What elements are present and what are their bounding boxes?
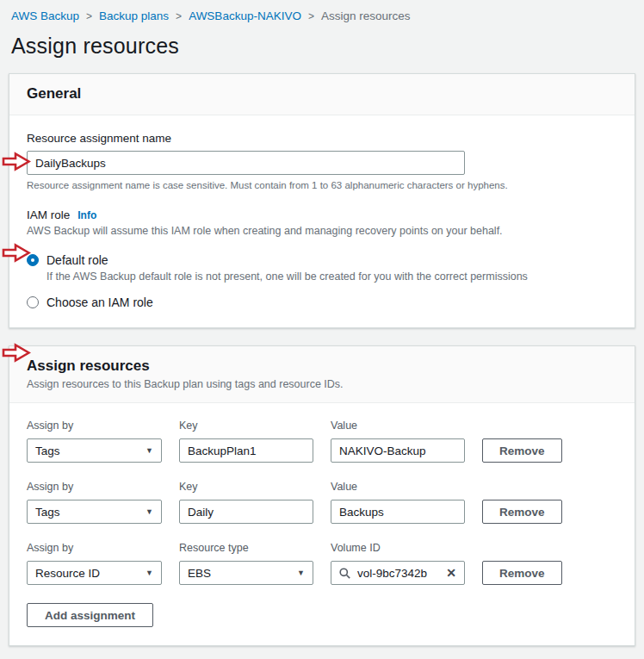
remove-cell: Remove [482,561,617,585]
general-card: General Resource assignment name Resourc… [9,73,635,328]
iam-role-section: IAM role Info AWS Backup will assume thi… [27,208,617,309]
chevron-down-icon: ▼ [297,569,305,577]
iam-role-label: IAM role [27,208,70,221]
assign-by-cell: Assign by Resource ID ▼ [27,542,162,585]
breadcrumb-separator: > [176,10,182,22]
chevron-down-icon: ▼ [146,569,153,577]
breadcrumb-current: Assign resources [321,9,411,22]
choose-iam-role-radio-row: Choose an IAM role [27,295,617,309]
value-cell: Value [331,481,465,524]
assign-resources-card-title: Assign resources [27,357,617,375]
remove-cell: Remove [482,500,617,524]
key-label: Key [179,420,313,432]
value-label: Value [331,420,465,432]
iam-role-description: AWS Backup will assume this IAM role whe… [27,225,617,237]
breadcrumb-separator: > [308,10,314,22]
iam-role-info-link[interactable]: Info [77,209,96,221]
volume-id-input[interactable] [357,567,439,580]
assign-by-label: Assign by [27,481,162,493]
assignment-row-2: Assign by Tags ▼ Key Value Remove [27,481,617,524]
value-input[interactable] [331,500,465,524]
resource-type-dropdown-value: EBS [188,567,211,580]
assign-resources-card-body: Assign by Tags ▼ Key Value Remove Assign [9,403,635,645]
assignment-row-1: Assign by Tags ▼ Key Value Remove [27,420,617,463]
assign-by-dropdown[interactable]: Resource ID ▼ [27,561,162,585]
choose-iam-role-radio[interactable] [27,296,39,308]
remove-button[interactable]: Remove [482,438,562,463]
volume-id-label: Volume ID [331,542,465,554]
general-card-body: Resource assignment name Resource assign… [9,115,635,327]
assignment-row-3: Assign by Resource ID ▼ Resource type EB… [27,542,617,585]
value-input[interactable] [331,438,465,463]
volume-id-search[interactable]: ✕ [331,561,465,585]
assign-by-dropdown[interactable]: Tags ▼ [27,438,162,463]
breadcrumb-backup-plans[interactable]: Backup plans [99,9,169,22]
resource-type-cell: Resource type EBS ▼ [179,542,313,585]
remove-button[interactable]: Remove [482,500,562,524]
assign-by-dropdown-value: Resource ID [35,567,100,580]
assign-by-label: Assign by [27,542,162,554]
breadcrumb: AWS Backup > Backup plans > AWSBackup-NA… [0,0,644,22]
assign-by-dropdown-value: Tags [35,506,60,519]
page-title: Assign resources [11,34,644,59]
key-cell: Key [179,481,313,524]
default-role-radio-label[interactable]: Default role [46,253,108,267]
add-assignment-button[interactable]: Add assignment [27,603,153,627]
general-card-header: General [9,74,635,115]
key-input[interactable] [179,500,313,524]
resource-type-dropdown[interactable]: EBS ▼ [179,561,313,585]
assign-by-cell: Assign by Tags ▼ [27,481,162,524]
key-cell: Key [179,420,313,463]
chevron-down-icon: ▼ [146,507,153,516]
assign-by-dropdown-value: Tags [35,445,60,457]
clear-icon[interactable]: ✕ [446,567,456,579]
annotation-arrow-name-input [2,152,31,171]
choose-iam-role-radio-label[interactable]: Choose an IAM role [46,295,153,309]
general-card-title: General [27,85,617,103]
default-role-radio-description: If the AWS Backup default role is not pr… [46,270,617,283]
assign-resources-card-subtitle: Assign resources to this Backup plan usi… [27,378,617,390]
resource-type-label: Resource type [179,542,313,554]
assign-resources-card-header: Assign resources Assign resources to thi… [9,346,635,403]
value-label: Value [331,481,465,493]
key-input[interactable] [179,438,313,463]
key-label: Key [179,481,313,493]
resource-assignment-name-input[interactable] [27,151,465,175]
assign-by-cell: Assign by Tags ▼ [27,420,162,463]
remove-cell: Remove [482,438,617,463]
search-icon [339,568,350,579]
resource-assignment-name-hint: Resource assignment name is case sensiti… [27,180,617,190]
assign-by-dropdown[interactable]: Tags ▼ [27,500,162,524]
annotation-arrow-assign-resources [2,343,31,363]
remove-button[interactable]: Remove [482,561,562,585]
assign-resources-card: Assign resources Assign resources to thi… [9,345,635,646]
breadcrumb-aws-backup[interactable]: AWS Backup [11,9,79,22]
value-cell: Value [331,420,465,463]
volume-id-cell: Volume ID ✕ [331,542,465,585]
assign-by-label: Assign by [27,420,162,432]
annotation-arrow-default-role [2,243,31,263]
breadcrumb-plan-name[interactable]: AWSBackup-NAKIVO [189,9,301,22]
resource-assignment-name-label: Resource assignment name [27,132,617,145]
chevron-down-icon: ▼ [146,446,153,455]
breadcrumb-separator: > [86,10,92,22]
default-role-radio-row: Default role [27,253,617,267]
